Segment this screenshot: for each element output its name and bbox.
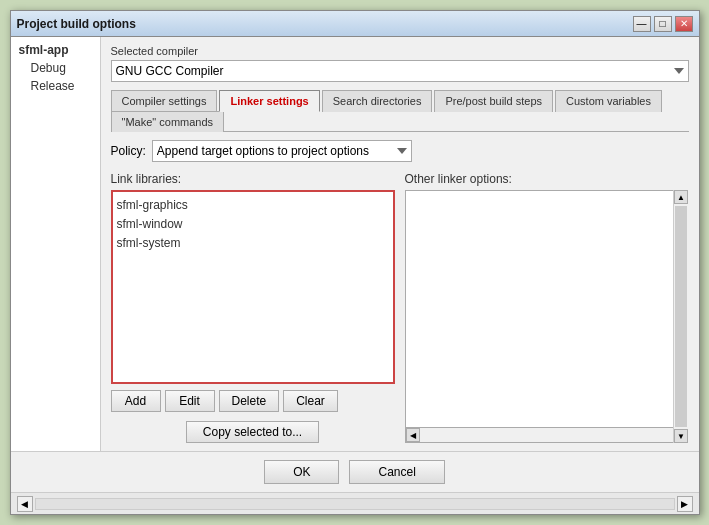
- other-linker-scrollbar-v[interactable]: ▲ ▼: [673, 190, 689, 428]
- clear-button[interactable]: Clear: [283, 390, 338, 412]
- library-buttons: Add Edit Delete Clear: [111, 390, 395, 412]
- add-button[interactable]: Add: [111, 390, 161, 412]
- nav-left-arrow[interactable]: ◀: [17, 496, 33, 512]
- title-bar: Project build options — □ ✕: [11, 11, 699, 37]
- ok-button[interactable]: OK: [264, 460, 339, 484]
- tabs: Compiler settings Linker settings Search…: [111, 90, 689, 132]
- compiler-section: Selected compiler GNU GCC Compiler: [111, 45, 689, 82]
- bottom-nav: ◀ ▶: [11, 492, 699, 514]
- compiler-select[interactable]: GNU GCC Compiler: [111, 60, 689, 82]
- sidebar-item-debug[interactable]: Debug: [11, 59, 100, 77]
- cancel-button[interactable]: Cancel: [349, 460, 444, 484]
- tab-linker-settings[interactable]: Linker settings: [219, 90, 319, 112]
- title-bar-buttons: — □ ✕: [633, 16, 693, 32]
- lib-item-graphics: sfml-graphics: [117, 196, 389, 215]
- lib-item-window: sfml-window: [117, 215, 389, 234]
- other-linker-scrollbar-h[interactable]: ◀ ▶: [405, 427, 689, 443]
- policy-label: Policy:: [111, 144, 146, 158]
- lib-item-system: sfml-system: [117, 234, 389, 253]
- panels-row: Link libraries: sfml-graphics sfml-windo…: [111, 172, 689, 443]
- compiler-label: Selected compiler: [111, 45, 689, 57]
- window-body: sfml-app Debug Release Selected compiler…: [11, 37, 699, 451]
- tab-compiler-settings[interactable]: Compiler settings: [111, 90, 218, 112]
- footer: OK Cancel: [11, 451, 699, 492]
- window-title: Project build options: [17, 17, 136, 31]
- minimize-button[interactable]: —: [633, 16, 651, 32]
- sidebar-item-sfml-app[interactable]: sfml-app: [11, 41, 100, 59]
- left-panel: Link libraries: sfml-graphics sfml-windo…: [111, 172, 395, 443]
- sidebar-item-release[interactable]: Release: [11, 77, 100, 95]
- scroll-left-arrow[interactable]: ◀: [406, 428, 420, 442]
- close-button[interactable]: ✕: [675, 16, 693, 32]
- tab-content-linker: Policy: Append target options to project…: [111, 140, 689, 443]
- tab-make-commands[interactable]: "Make" commands: [111, 111, 225, 132]
- sidebar: sfml-app Debug Release: [11, 37, 101, 451]
- tab-pre-post-build-steps[interactable]: Pre/post build steps: [434, 90, 553, 112]
- scroll-h-track: [420, 428, 674, 442]
- delete-button[interactable]: Delete: [219, 390, 280, 412]
- nav-scroll-track[interactable]: [35, 498, 675, 510]
- scroll-up-arrow[interactable]: ▲: [674, 190, 688, 204]
- policy-row: Policy: Append target options to project…: [111, 140, 689, 162]
- nav-right-arrow[interactable]: ▶: [677, 496, 693, 512]
- tab-custom-variables[interactable]: Custom variables: [555, 90, 662, 112]
- main-window: Project build options — □ ✕ sfml-app Deb…: [10, 10, 700, 515]
- policy-select[interactable]: Append target options to project options: [152, 140, 412, 162]
- right-panel: Other linker options: ▲ ▼: [405, 172, 689, 443]
- link-libraries-label: Link libraries:: [111, 172, 395, 186]
- tab-search-directories[interactable]: Search directories: [322, 90, 433, 112]
- edit-button[interactable]: Edit: [165, 390, 215, 412]
- maximize-button[interactable]: □: [654, 16, 672, 32]
- other-linker-box[interactable]: ▲ ▼: [405, 190, 689, 428]
- main-content: Selected compiler GNU GCC Compiler Compi…: [101, 37, 699, 451]
- scroll-thumb: [675, 206, 687, 427]
- other-linker-textarea[interactable]: [406, 191, 688, 427]
- other-linker-label: Other linker options:: [405, 172, 689, 186]
- copy-selected-button[interactable]: Copy selected to...: [186, 421, 319, 443]
- link-libraries-box[interactable]: sfml-graphics sfml-window sfml-system: [111, 190, 395, 384]
